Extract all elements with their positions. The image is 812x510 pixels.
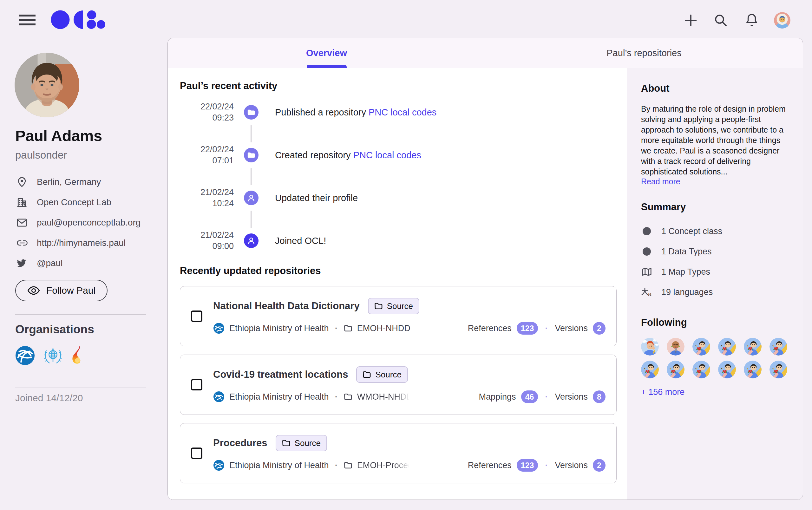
tab-bar: Overview Paul’s repositories	[168, 38, 803, 68]
pepfar-globe-logo[interactable]	[15, 346, 35, 365]
activity-item: 21/02/2409:00 Joined OCL!	[180, 230, 615, 251]
repo-card[interactable]: Covid-19 treatment locations Source Ethi…	[180, 355, 617, 415]
following-title: Following	[641, 317, 790, 328]
bouquet-avatar[interactable]	[770, 361, 787, 379]
bell-icon[interactable]	[745, 13, 759, 27]
red-hair-avatar[interactable]	[641, 338, 659, 356]
organisations-title: Organisations	[15, 323, 94, 336]
repo-org[interactable]: Ethiopia Ministry of Health	[229, 324, 329, 333]
repo-source-id: EMOH-Procedur	[357, 460, 410, 470]
repo-card[interactable]: Procedures Source Ethiopia Ministry of H…	[180, 423, 617, 483]
person-icon	[244, 234, 259, 248]
concept-class-dot-icon	[641, 226, 652, 237]
bouquet-avatar[interactable]	[667, 361, 685, 379]
bouquet-avatar[interactable]	[744, 338, 761, 356]
translate-icon	[641, 287, 652, 298]
org-emoh-logo	[213, 391, 225, 402]
timeline-connector	[180, 123, 615, 145]
dot-separator	[334, 324, 339, 333]
stat-label: References	[468, 460, 512, 470]
versions-count-badge: 8	[593, 390, 606, 403]
recent-repos-title: Recently updated repositories	[180, 265, 615, 276]
tab-overview[interactable]: Overview	[168, 38, 485, 68]
summary-item: 1 Map Types	[641, 262, 790, 282]
activity-repo-link[interactable]: PNC local codes	[353, 150, 421, 160]
folder-icon	[344, 461, 352, 469]
repo-card[interactable]: National Health Data Dictionary Source E…	[180, 286, 617, 346]
bouquet-avatar[interactable]	[744, 361, 761, 379]
bouquet-avatar[interactable]	[692, 338, 710, 356]
bouquet-avatar[interactable]	[718, 361, 736, 379]
summary-list: 1 Concept class 1 Data Types 1 Map Types…	[641, 221, 790, 302]
joined-date: Joined 14/12/20	[15, 393, 83, 403]
microphone-avatar[interactable]	[667, 338, 685, 356]
plus-icon[interactable]	[684, 13, 698, 27]
who-logo[interactable]	[43, 346, 63, 365]
repo-checkbox[interactable]	[191, 448, 202, 459]
source-chip[interactable]: Source	[276, 435, 327, 451]
about-title: About	[641, 83, 790, 94]
contact-twitter[interactable]: @paul	[17, 253, 141, 273]
ocl-logo[interactable]	[51, 10, 105, 29]
profile-contacts: Berlin, Germany Open Concept Lab paul@op…	[17, 172, 141, 273]
follow-button[interactable]: Follow Paul	[15, 280, 108, 301]
current-user-avatar[interactable]	[774, 12, 790, 29]
source-chip[interactable]: Source	[368, 298, 419, 314]
top-bar	[0, 0, 812, 38]
person-icon	[244, 190, 259, 205]
source-chip[interactable]: Source	[356, 366, 408, 383]
dot-separator	[543, 460, 550, 470]
repo-title[interactable]: National Health Data Dictionary	[213, 300, 360, 312]
bouquet-avatar[interactable]	[692, 361, 710, 379]
summary-title: Summary	[641, 201, 790, 213]
link-icon	[17, 237, 28, 249]
versions-count-badge: 2	[593, 322, 606, 335]
menu-icon[interactable]	[19, 14, 35, 26]
folder-icon	[362, 371, 371, 379]
tab-repositories[interactable]: Paul’s repositories	[485, 38, 803, 68]
timeline-connector	[180, 208, 615, 230]
profile-name: Paul Adams	[15, 127, 102, 145]
bouquet-avatar[interactable]	[718, 338, 736, 356]
stat-label: Versions	[555, 460, 588, 470]
data-types-dot-icon	[641, 246, 652, 257]
divider	[15, 388, 146, 388]
search-icon[interactable]	[714, 13, 728, 27]
dot-separator	[543, 324, 550, 333]
dot-separator	[543, 392, 550, 402]
timeline-connector	[180, 166, 615, 187]
email-icon	[17, 217, 28, 228]
repo-org[interactable]: Ethiopia Ministry of Health	[229, 392, 329, 402]
contact-location: Berlin, Germany	[17, 172, 141, 192]
following-avatars	[641, 338, 790, 379]
about-text: By maturing the role of design in proble…	[641, 104, 790, 177]
repo-checkbox[interactable]	[191, 379, 202, 390]
references-count-badge: 123	[517, 322, 538, 335]
contact-email[interactable]: paul@openconceptlab.org	[17, 212, 141, 233]
stat-label: Versions	[555, 392, 588, 402]
activity-item: 21/02/2410:24 Updated their profile	[180, 187, 615, 208]
repo-title[interactable]: Covid-19 treatment locations	[213, 369, 348, 380]
repo-title[interactable]: Procedures	[213, 438, 267, 449]
org-emoh-logo	[213, 459, 225, 471]
summary-item: 1 Concept class	[641, 221, 790, 241]
folder-icon	[282, 439, 291, 447]
repo-source-id: EMOH-NHDD	[357, 324, 410, 333]
following-more-link[interactable]: + 156 more	[641, 387, 685, 397]
repo-checkbox[interactable]	[191, 310, 202, 322]
contact-website[interactable]: http://himynameis.paul	[17, 233, 141, 253]
map-icon	[641, 266, 652, 277]
read-more-link[interactable]: Read more	[641, 177, 680, 186]
profile-username: paulsonder	[15, 149, 67, 161]
repo-org[interactable]: Ethiopia Ministry of Health	[229, 460, 329, 470]
activity-item: 22/02/2409:23 Published a repository PNC…	[180, 102, 615, 123]
bouquet-avatar[interactable]	[641, 361, 659, 379]
repository-folder-icon	[244, 148, 259, 162]
org-emoh-logo	[213, 323, 225, 334]
versions-count-badge: 2	[593, 459, 606, 472]
stat-label: References	[468, 324, 512, 333]
bouquet-avatar[interactable]	[770, 338, 787, 356]
profile-main-card: Overview Paul’s repositories Paul’s rece…	[168, 38, 803, 500]
activity-repo-link[interactable]: PNC local codes	[369, 107, 436, 117]
flame-logo[interactable]	[71, 346, 86, 365]
